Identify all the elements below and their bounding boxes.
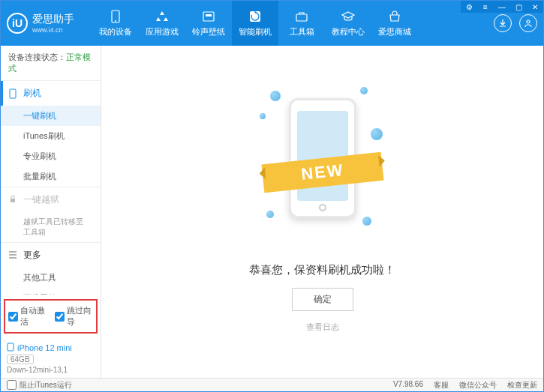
header-actions (494, 14, 537, 32)
more-icon (8, 250, 19, 261)
svg-point-6 (527, 20, 530, 23)
device-storage: 64GB (7, 355, 34, 364)
logo-icon: iU (7, 13, 28, 34)
nav-store[interactable]: 爱思商城 (371, 1, 418, 46)
footer-support[interactable]: 客服 (434, 380, 449, 391)
main-content: NEW 恭喜您，保资料刷机成功啦！ 确定 查看日志 (101, 46, 543, 379)
nav-toolbox[interactable]: 工具箱 (278, 1, 325, 46)
new-ribbon: NEW (261, 152, 383, 193)
sidebar-head-more[interactable]: 更多 (1, 243, 101, 268)
svg-rect-3 (206, 14, 212, 16)
phone-icon (108, 10, 123, 23)
footer-check-update[interactable]: 检查更新 (507, 380, 537, 391)
version-label: V7.98.66 (393, 380, 423, 391)
nav-ringtones[interactable]: 铃声壁纸 (185, 1, 232, 46)
checkbox-skip-setup[interactable]: 跳过向导 (55, 305, 94, 328)
footer: 阻止iTunes运行 V7.98.66 客服 微信公众号 检查更新 (1, 378, 543, 391)
refresh-icon (248, 10, 263, 23)
toolbox-icon (294, 10, 309, 23)
wallpaper-icon (201, 10, 216, 23)
device-name: iPhone 12 mini (7, 343, 95, 353)
svg-rect-7 (10, 89, 16, 98)
apps-icon (155, 10, 170, 23)
nav-flash[interactable]: 智能刷机 (232, 1, 278, 46)
checkbox-auto-activate[interactable]: 自动激活 (8, 305, 47, 328)
device-model: Down-12mini-13,1 (7, 366, 95, 374)
sidebar-item-other-tools[interactable]: 其他工具 (1, 268, 101, 288)
sidebar: 设备连接状态：正常模式 刷机 一键刷机 iTunes刷机 专业刷机 批量刷机 一… (1, 46, 101, 379)
device-phone-icon (7, 343, 14, 353)
sidebar-item-oneclick-flash[interactable]: 一键刷机 (1, 106, 101, 126)
sidebar-item-download-fw[interactable]: 下载固件 (1, 288, 101, 295)
device-info[interactable]: iPhone 12 mini 64GB Down-12mini-13,1 (1, 338, 101, 379)
sidebar-item-pro-flash[interactable]: 专业刷机 (1, 146, 101, 166)
graduation-icon (341, 10, 356, 23)
footer-wechat[interactable]: 微信公众号 (459, 380, 497, 391)
view-log-link[interactable]: 查看日志 (306, 322, 339, 333)
minimize-icon[interactable]: — (494, 1, 510, 13)
download-icon[interactable] (494, 14, 512, 32)
maximize-icon[interactable]: ▢ (510, 1, 527, 13)
success-illustration: NEW (255, 83, 390, 233)
svg-point-1 (115, 20, 116, 22)
phone-small-icon (8, 88, 19, 99)
svg-rect-5 (296, 14, 307, 21)
success-message: 恭喜您，保资料刷机成功啦！ (249, 263, 395, 277)
window-controls: ⚙ ≡ — ▢ ✕ (461, 1, 543, 13)
store-icon (387, 10, 402, 23)
jailbreak-note: 越狱工具已转移至 工具箱 (1, 212, 101, 242)
app-name: 爱思助手 (32, 13, 74, 26)
close-icon[interactable]: ✕ (527, 1, 543, 13)
user-icon[interactable] (519, 14, 537, 32)
app-site: www.i4.cn (32, 26, 74, 34)
checkbox-block-itunes[interactable]: 阻止iTunes运行 (7, 380, 72, 391)
sidebar-item-itunes-flash[interactable]: iTunes刷机 (1, 126, 101, 146)
sidebar-head-flash[interactable]: 刷机 (1, 81, 101, 106)
svg-rect-8 (11, 199, 15, 202)
top-nav: 我的设备 应用游戏 铃声壁纸 智能刷机 工具箱 教程中心 爱思商城 (92, 1, 494, 46)
ok-button[interactable]: 确定 (292, 288, 353, 311)
nav-tutorials[interactable]: 教程中心 (325, 1, 371, 46)
lock-icon (8, 195, 19, 205)
menu-icon[interactable]: ≡ (477, 1, 494, 13)
connection-status: 设备连接状态：正常模式 (1, 46, 101, 80)
settings-icon[interactable]: ⚙ (461, 1, 477, 13)
sidebar-item-batch-flash[interactable]: 批量刷机 (1, 166, 101, 187)
logo[interactable]: iU 爱思助手 www.i4.cn (7, 13, 92, 34)
svg-rect-9 (8, 343, 14, 351)
nav-my-device[interactable]: 我的设备 (92, 1, 139, 46)
nav-apps[interactable]: 应用游戏 (139, 1, 185, 46)
sidebar-head-jailbreak: 一键越狱 (1, 187, 101, 212)
options-highlight: 自动激活 跳过向导 (4, 299, 98, 334)
